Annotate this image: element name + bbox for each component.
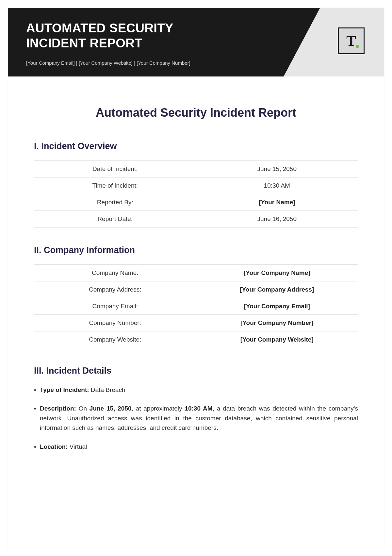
document-title: Automated Security Incident Report xyxy=(34,106,358,120)
detail-loc-value: Virtual xyxy=(68,443,87,450)
header-sub-sep2: | xyxy=(133,60,137,66)
cell-value: [Your Company Website] xyxy=(196,331,358,348)
cell-value: [Your Name] xyxy=(196,194,358,211)
cell-value: [Your Company Name] xyxy=(196,265,358,281)
document-page: AUTOMATED SECURITY INCIDENT REPORT [Your… xyxy=(8,8,384,548)
header-sub-email: [Your Company Email] xyxy=(26,60,75,66)
detail-type-label: Type of Incident: xyxy=(40,386,89,393)
cell-label: Company Name: xyxy=(34,265,196,281)
detail-desc-label: Description: xyxy=(40,405,76,412)
table-row: Company Address: [Your Company Address] xyxy=(34,281,358,298)
detail-desc-date: June 15, 2050 xyxy=(90,405,132,412)
cell-label: Company Email: xyxy=(34,298,196,315)
logo-letter: T xyxy=(346,33,356,49)
cell-label: Company Number: xyxy=(34,315,196,331)
cell-label: Date of Incident: xyxy=(34,161,196,177)
section-heading-company: II. Company Information xyxy=(34,245,358,255)
section-heading-overview: I. Incident Overview xyxy=(34,141,358,151)
list-item: Description: On June 15, 2050, at approx… xyxy=(34,404,358,432)
cell-label: Reported By: xyxy=(34,194,196,211)
header-subline: [Your Company Email] | [Your Company Web… xyxy=(26,60,190,66)
detail-loc-label: Location: xyxy=(40,443,68,450)
table-row: Company Number: [Your Company Number] xyxy=(34,315,358,331)
table-row: Company Email: [Your Company Email] xyxy=(34,298,358,315)
logo-badge: T xyxy=(338,27,365,54)
list-item: Type of Incident: Data Breach xyxy=(34,385,358,395)
cell-value: June 15, 2050 xyxy=(196,161,358,177)
cell-value: [Your Company Address] xyxy=(196,281,358,298)
table-company-info: Company Name: [Your Company Name] Compan… xyxy=(34,264,358,348)
section-heading-details: III. Incident Details xyxy=(34,366,358,376)
header-banner: AUTOMATED SECURITY INCIDENT REPORT [Your… xyxy=(8,8,384,76)
table-row: Time of Incident: 10:30 AM xyxy=(34,177,358,194)
header-sub-website: [Your Company Website] xyxy=(79,60,133,66)
logo-dot-icon xyxy=(356,45,359,48)
cell-label: Report Date: xyxy=(34,211,196,227)
document-body: Automated Security Incident Report I. In… xyxy=(8,76,384,451)
cell-label: Time of Incident: xyxy=(34,177,196,194)
table-incident-overview: Date of Incident: June 15, 2050 Time of … xyxy=(34,160,358,227)
list-item: Location: Virtual xyxy=(34,442,358,451)
cell-label: Company Website: xyxy=(34,331,196,348)
cell-value: [Your Company Number] xyxy=(196,315,358,331)
table-row: Report Date: June 16, 2050 xyxy=(34,211,358,227)
table-row: Date of Incident: June 15, 2050 xyxy=(34,161,358,177)
header-title-line2: INCIDENT REPORT xyxy=(26,36,142,50)
table-row: Company Website: [Your Company Website] xyxy=(34,331,358,348)
detail-desc-time: 10:30 AM xyxy=(185,405,212,412)
header-sub-number: [Your Company Number] xyxy=(137,60,190,66)
header-title-line1: AUTOMATED SECURITY xyxy=(26,21,173,35)
cell-value: [Your Company Email] xyxy=(196,298,358,315)
header-sub-sep1: | xyxy=(75,60,79,66)
table-row: Reported By: [Your Name] xyxy=(34,194,358,211)
cell-value: 10:30 AM xyxy=(196,177,358,194)
detail-type-value: Data Breach xyxy=(89,386,125,393)
incident-details-list: Type of Incident: Data Breach Descriptio… xyxy=(34,385,358,451)
detail-desc-mid1: , at approximately xyxy=(132,405,185,412)
cell-label: Company Address: xyxy=(34,281,196,298)
header-title: AUTOMATED SECURITY INCIDENT REPORT xyxy=(26,21,173,51)
table-row: Company Name: [Your Company Name] xyxy=(34,265,358,281)
detail-desc-pre: On xyxy=(76,405,90,412)
cell-value: June 16, 2050 xyxy=(196,211,358,227)
